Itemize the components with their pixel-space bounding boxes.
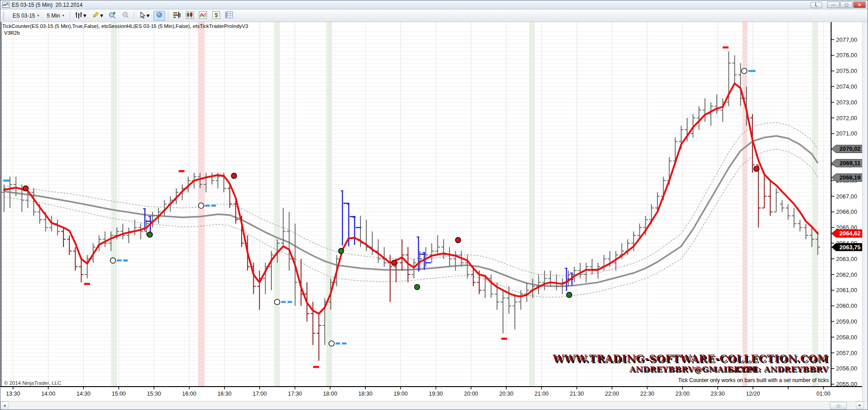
svg-text:© 2014 NinjaTrader, LLC: © 2014 NinjaTrader, LLC bbox=[4, 380, 61, 386]
zoom-out-button[interactable] bbox=[119, 11, 131, 21]
scrollbar-thumb[interactable] bbox=[830, 402, 847, 410]
chevron-down-icon: ▾ bbox=[100, 12, 103, 19]
svg-text:2072,00: 2072,00 bbox=[836, 115, 857, 122]
region-highlight-button[interactable] bbox=[153, 11, 165, 21]
chart-app-icon bbox=[2, 2, 9, 8]
gridlines bbox=[1, 22, 831, 387]
watermark: WWW.TRADING-SOFTWARE-COLLECTION.COMWWW.T… bbox=[553, 352, 830, 374]
indicators-icon bbox=[199, 11, 207, 20]
svg-text:2069,11: 2069,11 bbox=[840, 160, 860, 167]
svg-text:20:00: 20:00 bbox=[464, 391, 478, 397]
toolbar: ES 03-15 ▾ 5 Min ▾ ▾ ▾ ▾ bbox=[0, 9, 868, 22]
svg-text:19:30: 19:30 bbox=[429, 391, 443, 397]
toolbar-separator bbox=[70, 11, 70, 20]
market-depth-button[interactable] bbox=[171, 11, 183, 21]
cursor-button[interactable]: ▾ bbox=[137, 11, 152, 21]
svg-text:2074,00: 2074,00 bbox=[836, 83, 857, 90]
maximize-button[interactable]: ▢ bbox=[840, 1, 853, 8]
region-highlight-icon bbox=[156, 11, 163, 20]
bars-period-button[interactable]: ▾ bbox=[73, 11, 88, 21]
zoom-in-icon bbox=[108, 11, 116, 20]
indicators-button[interactable] bbox=[197, 11, 209, 21]
svg-text:16:00: 16:00 bbox=[182, 391, 196, 397]
horizontal-scrollbar: ◄ ► bbox=[0, 401, 868, 410]
chart-texts: TickCounter(ES 03-15 (5 Min),True,False)… bbox=[2, 23, 829, 386]
svg-text:2063,00: 2063,00 bbox=[836, 256, 857, 262]
bars-period-icon bbox=[75, 11, 82, 20]
scroll-left-button[interactable]: ◄ bbox=[0, 401, 9, 410]
svg-text:17:00: 17:00 bbox=[252, 391, 266, 397]
chevron-down-icon: ▾ bbox=[147, 12, 150, 19]
link-button[interactable]: L bbox=[810, 2, 822, 8]
svg-text:2061,00: 2061,00 bbox=[836, 287, 857, 293]
moving-average-bands bbox=[4, 122, 818, 297]
drawing-tools-icon bbox=[92, 11, 99, 20]
svg-text:16:30: 16:30 bbox=[217, 391, 231, 397]
svg-text:2073,00: 2073,00 bbox=[836, 99, 857, 106]
window-title: ES 03-15 (5 Min) 20.12.2014 bbox=[12, 2, 82, 8]
instrument-label: ES 03-15 bbox=[13, 13, 35, 19]
svg-text:18:00: 18:00 bbox=[323, 391, 337, 397]
svg-text:2077,00: 2077,00 bbox=[836, 36, 857, 43]
ohlc-bars bbox=[2, 51, 820, 360]
svg-text:20:30: 20:30 bbox=[499, 391, 513, 397]
svg-text:2067,00: 2067,00 bbox=[836, 193, 857, 200]
title-bar[interactable]: ES 03-15 (5 Min) 20.12.2014 L — ▢ ✕ bbox=[0, 0, 868, 9]
market-depth-icon bbox=[173, 11, 181, 20]
ninjatrader-window: ES 03-15 (5 Min) 20.12.2014 L — ▢ ✕ ES 0… bbox=[0, 0, 868, 410]
zoom-out-icon bbox=[121, 11, 129, 20]
svg-text:V3R2b: V3R2b bbox=[4, 30, 20, 36]
scroll-right-button[interactable]: ► bbox=[856, 401, 864, 409]
time-axis[interactable]: 13:3014:0014:3015:0015:3016:0016:3017:00… bbox=[0, 387, 863, 397]
svg-text:15:30: 15:30 bbox=[147, 391, 161, 397]
chart-style-button[interactable] bbox=[184, 11, 196, 21]
interval-selector[interactable]: 5 Min ▾ bbox=[44, 11, 67, 20]
svg-text:2071,00: 2071,00 bbox=[836, 130, 857, 137]
interval-label: 5 Min bbox=[47, 13, 60, 19]
svg-text:12/20: 12/20 bbox=[746, 391, 760, 397]
svg-text:18:30: 18:30 bbox=[358, 391, 372, 397]
toolbar-grip[interactable] bbox=[3, 12, 6, 20]
svg-text:$: $ bbox=[215, 12, 218, 18]
chevron-down-icon: ▾ bbox=[37, 14, 39, 18]
right-resize-strip bbox=[862, 22, 868, 401]
cursor-icon bbox=[140, 12, 146, 20]
svg-text:2075,00: 2075,00 bbox=[836, 68, 857, 74]
zoom-in-button[interactable] bbox=[106, 11, 118, 21]
svg-text:14:00: 14:00 bbox=[41, 391, 55, 397]
data-grid-icon bbox=[225, 11, 233, 20]
svg-text:2059,00: 2059,00 bbox=[836, 318, 857, 325]
chevron-down-icon: ▾ bbox=[83, 12, 86, 19]
account-dollar-icon: $ bbox=[212, 11, 220, 20]
scrollbar-track[interactable]: ► bbox=[9, 401, 868, 410]
svg-text:19:00: 19:00 bbox=[394, 391, 408, 397]
instrument-selector[interactable]: ES 03-15 ▾ bbox=[9, 11, 42, 20]
svg-text:2062,00: 2062,00 bbox=[836, 271, 857, 278]
svg-text:21:30: 21:30 bbox=[570, 391, 584, 397]
minimize-button[interactable]: — bbox=[827, 1, 840, 8]
chevron-down-icon: ▾ bbox=[62, 14, 64, 18]
close-button[interactable]: ✕ bbox=[853, 1, 866, 8]
svg-text:TickCounter(ES 03-15 (5 Min),T: TickCounter(ES 03-15 (5 Min),True,False)… bbox=[2, 23, 248, 29]
svg-text:WWW.TRADING-SOFTWARE-COLLECTIO: WWW.TRADING-SOFTWARE-COLLECTION.COM bbox=[553, 352, 829, 364]
svg-text:2060,00: 2060,00 bbox=[836, 302, 857, 309]
account-dollar-button[interactable]: $ bbox=[210, 11, 222, 21]
svg-text:17:30: 17:30 bbox=[288, 391, 302, 397]
data-grid-button[interactable] bbox=[223, 11, 235, 21]
price-axis[interactable]: 2055,002056,002057,002058,002059,002060,… bbox=[831, 22, 863, 401]
svg-text:2064,62: 2064,62 bbox=[840, 230, 861, 237]
svg-text:15:00: 15:00 bbox=[112, 391, 126, 397]
svg-text:14:30: 14:30 bbox=[76, 391, 90, 397]
svg-text:2066,00: 2066,00 bbox=[836, 208, 857, 215]
drawing-tools-button[interactable]: ▾ bbox=[90, 11, 105, 21]
svg-text:2058,00: 2058,00 bbox=[836, 334, 857, 341]
svg-text:22:00: 22:00 bbox=[605, 391, 619, 397]
svg-text:23:00: 23:00 bbox=[675, 391, 689, 397]
svg-text:2076,00: 2076,00 bbox=[836, 52, 857, 59]
svg-text:23:30: 23:30 bbox=[711, 391, 724, 397]
price-chart-canvas[interactable]: TickCounter(ES 03-15 (5 Min),True,False)… bbox=[0, 22, 863, 401]
toolbar-separator bbox=[168, 11, 168, 20]
svg-text:01:00: 01:00 bbox=[816, 391, 830, 397]
svg-text:13:30: 13:30 bbox=[6, 391, 20, 397]
svg-text:Tick Counter only works on bar: Tick Counter only works on bars built wi… bbox=[678, 377, 829, 383]
